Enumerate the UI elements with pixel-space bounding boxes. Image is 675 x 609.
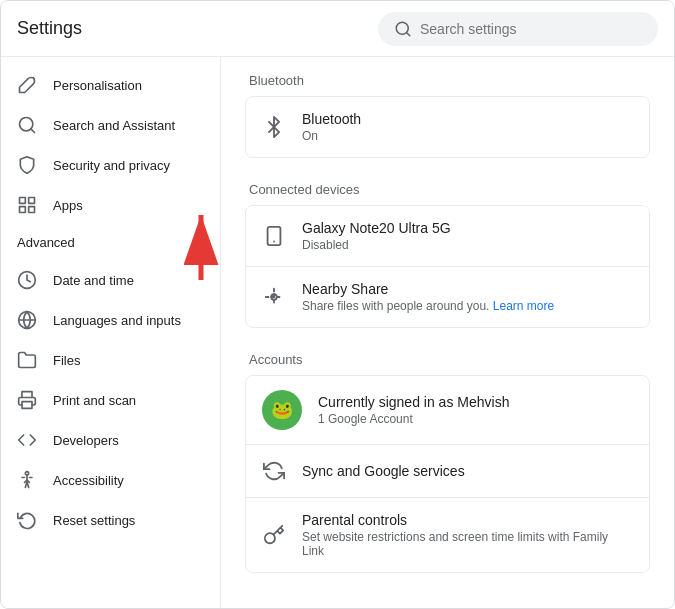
nearby-share-content: Nearby Share Share files with people aro… [302,281,633,313]
sidebar-item-label: Reset settings [53,513,135,528]
svg-line-3 [31,129,35,133]
bluetooth-card: Bluetooth On [245,96,650,158]
accounts-card: 🐸 Currently signed in as Mehvish 1 Googl… [245,375,650,573]
svg-rect-16 [268,227,281,245]
accounts-section-title: Accounts [245,352,650,367]
sync-item[interactable]: Sync and Google services [246,445,649,498]
shield-icon [17,155,37,175]
sidebar-item-personalisation[interactable]: Personalisation [1,65,212,105]
sidebar-item-languages[interactable]: Languages and inputs [1,300,212,340]
search-input[interactable] [420,21,642,37]
sidebar: Personalisation Search and Assistant Sec… [1,57,221,608]
sidebar-item-label: Files [53,353,80,368]
parental-controls-item[interactable]: Parental controls Set website restrictio… [246,498,649,572]
reset-icon [17,510,37,530]
signed-in-item[interactable]: 🐸 Currently signed in as Mehvish 1 Googl… [246,376,649,445]
connected-devices-card: Galaxy Note20 Ultra 5G Disabled [245,205,650,328]
sidebar-item-developers[interactable]: Developers [1,420,212,460]
bluetooth-item-content: Bluetooth On [302,111,633,143]
folder-icon [17,350,37,370]
svg-rect-4 [20,198,26,204]
sidebar-item-reset-settings[interactable]: Reset settings [1,500,212,540]
sidebar-item-print-and-scan[interactable]: Print and scan [1,380,212,420]
advanced-section-container: Advanced ▲ [1,225,220,260]
nearby-share-icon [262,285,286,309]
signed-in-content: Currently signed in as Mehvish 1 Google … [318,394,633,426]
sync-title: Sync and Google services [302,463,633,479]
parental-controls-title: Parental controls [302,512,633,528]
sidebar-item-search-and-assistant[interactable]: Search and Assistant [1,105,212,145]
svg-rect-6 [20,207,26,213]
connected-devices-section: Connected devices Galaxy Note20 Ultra 5G… [245,182,650,328]
advanced-label: Advanced [17,235,75,250]
sidebar-item-label: Developers [53,433,119,448]
sidebar-item-security[interactable]: Security and privacy [1,145,212,185]
galaxy-note-item[interactable]: Galaxy Note20 Ultra 5G Disabled [246,206,649,267]
sidebar-item-label: Apps [53,198,83,213]
nearby-share-subtitle: Share files with people around you. Lear… [302,299,633,313]
parental-controls-subtitle: Set website restrictions and screen time… [302,530,633,558]
signed-in-subtitle: 1 Google Account [318,412,633,426]
bluetooth-item[interactable]: Bluetooth On [246,97,649,157]
printer-icon [17,390,37,410]
sidebar-item-label: Accessibility [53,473,124,488]
signed-in-title: Currently signed in as Mehvish [318,394,633,410]
settings-app: Settings Personalisation [0,0,675,609]
parental-controls-content: Parental controls Set website restrictio… [302,512,633,558]
bluetooth-title: Bluetooth [302,111,633,127]
clock-icon [17,270,37,290]
sidebar-item-label: Security and privacy [53,158,170,173]
bluetooth-icon [262,115,286,139]
galaxy-note-subtitle: Disabled [302,238,633,252]
sync-content: Sync and Google services [302,463,633,479]
grid-icon [17,195,37,215]
sidebar-item-label: Personalisation [53,78,142,93]
connected-devices-title: Connected devices [245,182,650,197]
svg-rect-5 [29,198,35,204]
sidebar-item-label: Languages and inputs [53,313,181,328]
brush-icon [17,75,37,95]
globe-icon [17,310,37,330]
nearby-share-item[interactable]: Nearby Share Share files with people aro… [246,267,649,327]
nearby-share-title: Nearby Share [302,281,633,297]
bluetooth-section: Bluetooth Bluetooth On [245,73,650,158]
search-nav-icon [17,115,37,135]
app-title: Settings [17,18,82,39]
main-layout: Personalisation Search and Assistant Sec… [1,57,674,608]
galaxy-note-title: Galaxy Note20 Ultra 5G [302,220,633,236]
advanced-section-header[interactable]: Advanced ▲ [1,225,220,260]
svg-rect-7 [29,207,35,213]
sidebar-item-files[interactable]: Files [1,340,212,380]
sidebar-item-label: Date and time [53,273,134,288]
header: Settings [1,1,674,57]
bluetooth-subtitle: On [302,129,633,143]
svg-line-1 [406,32,409,35]
key-icon [262,523,286,547]
bluetooth-section-title: Bluetooth [245,73,650,88]
search-bar[interactable] [378,12,658,46]
avatar: 🐸 [262,390,302,430]
sidebar-item-label: Print and scan [53,393,136,408]
sync-icon [262,459,286,483]
chevron-up-icon: ▲ [192,236,204,250]
sidebar-item-apps[interactable]: Apps [1,185,212,225]
search-icon [394,20,412,38]
phone-icon [262,224,286,248]
accounts-section: Accounts 🐸 Currently signed in as Mehvis… [245,352,650,573]
sidebar-item-label: Search and Assistant [53,118,175,133]
content-area: Bluetooth Bluetooth On [221,57,674,608]
code-icon [17,430,37,450]
sidebar-item-accessibility[interactable]: Accessibility [1,460,212,500]
galaxy-note-content: Galaxy Note20 Ultra 5G Disabled [302,220,633,252]
accessibility-icon [17,470,37,490]
nearby-share-learn-more-link[interactable]: Learn more [493,299,554,313]
svg-rect-12 [22,402,32,409]
sidebar-item-date-and-time[interactable]: Date and time [1,260,212,300]
